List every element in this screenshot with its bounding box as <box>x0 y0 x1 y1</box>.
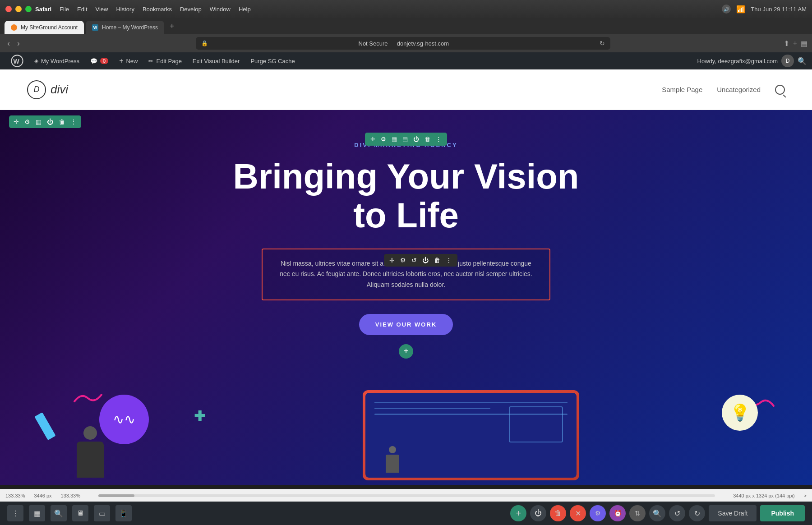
site-name-label: My WordPress <box>41 58 79 64</box>
nav-sample-page[interactable]: Sample Page <box>662 86 702 93</box>
module-add-icon[interactable]: ✛ <box>389 257 395 264</box>
bottom-bar-tablet-icon[interactable]: ▭ <box>94 505 110 521</box>
nav-arrows: ‹ › <box>5 38 23 49</box>
admin-avatar: D <box>781 55 794 67</box>
admin-new[interactable]: + New <box>114 52 143 69</box>
browser-tab-bar: My SiteGround Account W Home – My WordPr… <box>0 18 812 34</box>
bottom-bar-search-icon[interactable]: 🔍 <box>51 505 67 521</box>
menu-window[interactable]: Window <box>210 6 231 13</box>
row-settings-icon[interactable]: ⚙ <box>24 118 30 125</box>
purge-cache-label: Purge SG Cache <box>250 58 295 64</box>
bottom-bar-settings-button[interactable]: ⚙ <box>590 505 606 521</box>
row-layout-icon[interactable]: ▦ <box>36 118 42 125</box>
hero-title-line2: to Life <box>353 195 459 235</box>
menu-history[interactable]: History <box>116 6 134 13</box>
bottom-bar-power-button[interactable]: ⏻ <box>530 505 546 521</box>
module-floating-toolbar[interactable]: ✛ ⚙ ↺ ⏻ 🗑 ⋮ <box>384 254 457 267</box>
wifi-icon: 📶 <box>736 5 745 14</box>
save-draft-button[interactable]: Save Draft <box>709 505 757 521</box>
bottom-bar-close-button[interactable]: ✕ <box>570 505 586 521</box>
row-disable-icon[interactable]: ⏻ <box>47 118 53 125</box>
section-disable-icon[interactable]: ⏻ <box>413 136 419 143</box>
bottom-bar-search-right[interactable]: 🔍 <box>649 505 665 521</box>
bottom-bar-undo-button[interactable]: ↺ <box>669 505 685 521</box>
reload-icon[interactable]: ↻ <box>600 40 605 47</box>
address-bar[interactable]: 🔒 Not Secure — donjetv.sg-host.com ↻ <box>196 37 610 50</box>
siri-icon[interactable]: 🔊 <box>722 5 731 14</box>
titlebar-system-controls: 🔊 📶 Thu Jun 29 11:11 AM <box>722 5 807 14</box>
status-scrollbar[interactable] <box>98 494 715 497</box>
monitor-frame <box>363 390 579 480</box>
menu-safari[interactable]: Safari <box>35 6 51 13</box>
traffic-lights <box>5 6 32 12</box>
admin-edit-page[interactable]: ✏ Edit Page <box>143 52 187 69</box>
minimize-button[interactable] <box>15 6 22 12</box>
text-module-selected[interactable]: ✛ ⚙ ↺ ⏻ 🗑 ⋮ Nisl massa, ultrices vitae o… <box>262 249 550 300</box>
admin-site-name[interactable]: ◈ My WordPress <box>29 52 85 69</box>
bottom-bar-resize-button[interactable]: ⇅ <box>629 505 646 521</box>
nav-uncategorized[interactable]: Uncategorized <box>717 86 761 93</box>
bottom-bar-menu-icon[interactable]: ⋮ <box>7 505 23 521</box>
person-figure-left <box>72 426 108 485</box>
bottom-bar-grid-icon[interactable]: ▦ <box>29 505 45 521</box>
menu-view[interactable]: View <box>96 6 108 13</box>
row-delete-icon[interactable]: 🗑 <box>59 118 65 125</box>
forward-button[interactable]: › <box>14 38 23 49</box>
add-section-button[interactable]: + <box>399 344 413 359</box>
section-columns-icon[interactable]: ▤ <box>402 136 408 143</box>
menu-help[interactable]: Help <box>239 6 251 13</box>
illustration-area: ∿∿ ✚ <box>0 386 812 485</box>
module-disable-icon[interactable]: ⏻ <box>422 257 429 264</box>
admin-comments[interactable]: 💬 0 <box>85 52 114 69</box>
row-add-icon[interactable]: ✛ <box>14 118 19 125</box>
module-settings-icon[interactable]: ⚙ <box>400 257 406 264</box>
row-toolbar[interactable]: ✛ ⚙ ▦ ⏻ 🗑 ⋮ <box>9 115 81 128</box>
tab-favicon-wp: W <box>92 24 98 31</box>
bottom-bar-add-button[interactable]: + <box>510 505 526 521</box>
section-more-icon[interactable]: ⋮ <box>436 136 442 143</box>
wp-logo-item[interactable]: W <box>5 52 29 69</box>
comment-bubble-icon: 💬 <box>90 58 97 64</box>
row-more-icon[interactable]: ⋮ <box>70 118 77 125</box>
maximize-button[interactable] <box>25 6 32 12</box>
edit-page-label: Edit Page <box>156 58 181 64</box>
sidebar-button[interactable]: ▤ <box>801 39 807 48</box>
view-work-button[interactable]: VIEW OUR WORK <box>359 314 453 335</box>
bottom-bar-redo-button[interactable]: ↻ <box>689 505 705 521</box>
browser-tab-siteground[interactable]: My SiteGround Account <box>5 21 84 34</box>
add-tab-button[interactable]: + <box>793 39 797 47</box>
bottom-bar-desktop-icon[interactable]: 🖥 <box>72 505 88 521</box>
menu-bookmarks[interactable]: Bookmarks <box>143 6 172 13</box>
monitor-figure <box>383 446 401 473</box>
section-add-icon[interactable]: ✛ <box>370 136 375 143</box>
section-settings-icon[interactable]: ⚙ <box>381 136 386 143</box>
section-toolbar[interactable]: ✛ ⚙ ▦ ▤ ⏻ 🗑 ⋮ <box>365 133 447 146</box>
section-layout-icon[interactable]: ▦ <box>392 136 397 143</box>
module-more-icon[interactable]: ⋮ <box>446 257 452 264</box>
browser-toolbar: ‹ › 🔒 Not Secure — donjetv.sg-host.com ↻… <box>0 34 812 52</box>
address-bar-wrapper: 🔒 Not Secure — donjetv.sg-host.com ↻ <box>26 37 780 50</box>
module-delete-icon[interactable]: 🗑 <box>434 257 440 264</box>
share-button[interactable]: ⬆ <box>784 39 789 48</box>
tab-label-sg: My SiteGround Account <box>21 24 78 31</box>
bottom-bar-delete-button[interactable]: 🗑 <box>550 505 566 521</box>
bottom-bar-history-button[interactable]: ⏰ <box>609 505 626 521</box>
new-tab-button[interactable]: + <box>170 22 175 31</box>
search-admin-icon[interactable]: 🔍 <box>798 57 807 65</box>
pink-squiggle-left-decoration <box>72 390 99 404</box>
section-delete-icon[interactable]: 🗑 <box>424 136 430 143</box>
howdy-label: Howdy, deezgrafix@gmail.com <box>697 58 778 64</box>
module-clone-icon[interactable]: ↺ <box>411 257 417 264</box>
admin-purge-cache[interactable]: Purge SG Cache <box>245 52 300 69</box>
browser-tab-wordpress[interactable]: W Home – My WordPress <box>86 21 164 34</box>
admin-exit-builder[interactable]: Exit Visual Builder <box>187 52 245 69</box>
bottom-bar-mobile-icon[interactable]: 📱 <box>115 505 132 521</box>
menu-develop[interactable]: Develop <box>180 6 202 13</box>
menu-edit[interactable]: Edit <box>77 6 87 13</box>
arrow-icon[interactable]: > <box>804 493 807 498</box>
menu-file[interactable]: File <box>60 6 69 13</box>
site-search-icon[interactable] <box>775 85 785 95</box>
publish-button[interactable]: Publish <box>760 505 805 521</box>
back-button[interactable]: ‹ <box>5 38 13 49</box>
close-button[interactable] <box>5 6 12 12</box>
